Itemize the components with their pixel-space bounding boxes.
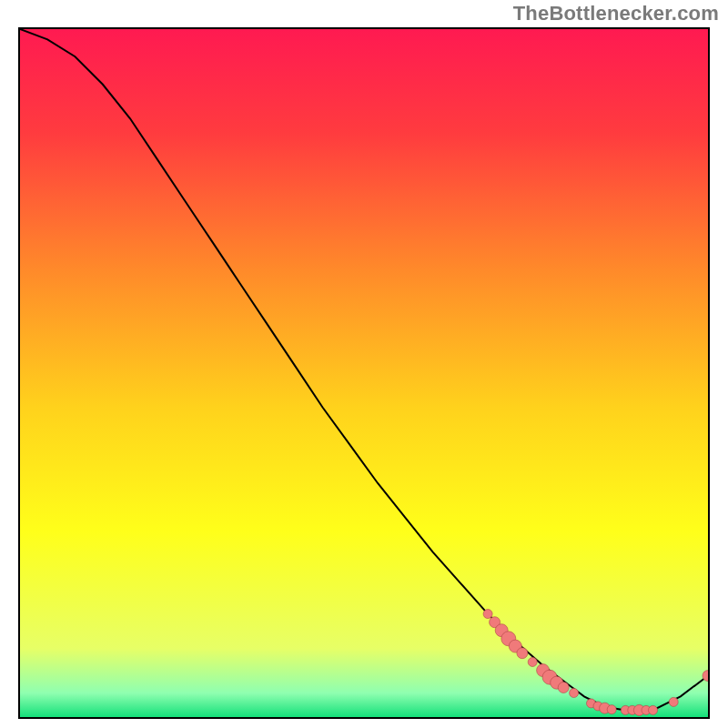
- data-point: [669, 697, 678, 706]
- chart-foreground: [20, 29, 708, 717]
- data-point: [517, 648, 528, 659]
- data-point: [558, 682, 569, 693]
- data-point: [483, 610, 492, 619]
- attribution-label: TheBottlenecker.com: [513, 2, 719, 25]
- data-point: [570, 689, 579, 698]
- data-point: [528, 658, 537, 667]
- data-point: [607, 705, 616, 714]
- plot-area: [18, 27, 710, 719]
- chart-container: TheBottlenecker.com: [0, 0, 728, 728]
- bottleneck-curve: [20, 29, 708, 710]
- bottleneck-points: [483, 610, 708, 716]
- data-point: [649, 705, 658, 714]
